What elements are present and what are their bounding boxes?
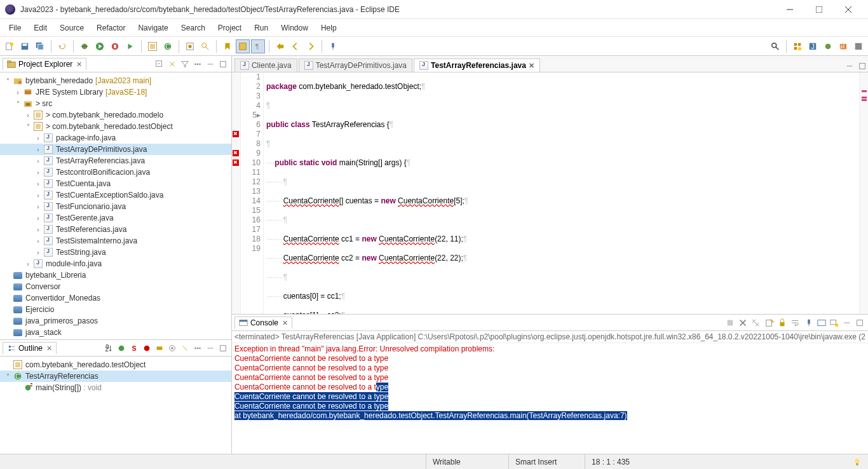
close-icon[interactable]: ✕ bbox=[282, 319, 288, 327]
tree-project-closed[interactable]: java_stack bbox=[0, 327, 231, 338]
menu-source[interactable]: Source bbox=[53, 21, 90, 35]
console-tab[interactable]: Console ✕ bbox=[234, 316, 292, 329]
tree-project-closed[interactable]: Convertidor_Monedas bbox=[0, 292, 231, 304]
new-class-button[interactable]: C bbox=[161, 39, 175, 53]
tree-file[interactable]: ›TestSistemaInterno.java bbox=[0, 235, 231, 247]
view-menu-button[interactable] bbox=[192, 343, 203, 354]
close-icon[interactable]: ✕ bbox=[529, 62, 534, 70]
word-wrap-button[interactable] bbox=[789, 317, 801, 329]
tree-project[interactable]: ˅bytebank_heredado[Java2023 main] bbox=[0, 75, 231, 86]
menu-refactor[interactable]: Refactor bbox=[90, 21, 132, 35]
search-button-tb[interactable] bbox=[198, 39, 212, 53]
display-console-button[interactable] bbox=[816, 317, 827, 329]
maximize-view-button[interactable] bbox=[854, 317, 865, 329]
outline-tab[interactable]: Outline ✕ bbox=[3, 342, 57, 354]
editor-tab[interactable]: TestArrayReferencias.java✕ bbox=[414, 58, 540, 72]
tree-project-closed[interactable]: bytebank_Libreria bbox=[0, 269, 231, 281]
project-explorer-tree[interactable]: ˅bytebank_heredado[Java2023 main] ›JRE S… bbox=[0, 72, 231, 339]
code-area[interactable]: package com.bytebank_heredado.testObject… bbox=[264, 72, 859, 314]
tree-file[interactable]: ›package-info.java bbox=[0, 132, 231, 144]
new-button[interactable] bbox=[3, 39, 17, 53]
outline-tree[interactable]: com.bytebank_heredado.testObject ˅CTestA… bbox=[0, 357, 231, 454]
tree-file[interactable]: ›TestString.java bbox=[0, 247, 231, 258]
menu-window[interactable]: Window bbox=[275, 21, 315, 35]
maximize-view-button[interactable] bbox=[217, 58, 229, 70]
open-type-button[interactable] bbox=[183, 39, 197, 53]
close-button[interactable] bbox=[834, 0, 863, 19]
java-perspective-button[interactable]: J bbox=[806, 39, 820, 53]
tree-project-closed[interactable]: Ejercicio bbox=[0, 304, 231, 315]
menu-help[interactable]: Help bbox=[315, 21, 343, 35]
tree-file[interactable]: ›TestFuncionario.java bbox=[0, 201, 231, 212]
tree-project-closed[interactable]: java_primeros_pasos bbox=[0, 315, 231, 327]
run-button[interactable] bbox=[93, 39, 107, 53]
minimize-view-button[interactable] bbox=[841, 317, 853, 329]
coverage-button[interactable] bbox=[108, 39, 122, 53]
pin-button[interactable] bbox=[326, 39, 340, 53]
overview-ruler[interactable] bbox=[859, 72, 868, 314]
minimize-view-button[interactable] bbox=[205, 58, 216, 70]
resource-perspective-button[interactable] bbox=[851, 39, 865, 53]
outline-sort-button[interactable]: az bbox=[103, 343, 114, 354]
back-button[interactable] bbox=[288, 39, 302, 53]
menu-project[interactable]: Project bbox=[212, 21, 248, 35]
toggle-block-button[interactable] bbox=[236, 39, 250, 53]
editor-tab[interactable]: Cliente.java bbox=[234, 58, 297, 72]
close-icon[interactable]: ✕ bbox=[76, 60, 82, 69]
outline-class[interactable]: ˅CTestArrayReferencias bbox=[0, 370, 231, 382]
outline-local-button[interactable] bbox=[154, 343, 165, 354]
maximize-view-button[interactable] bbox=[217, 343, 229, 354]
minimize-view-button[interactable] bbox=[844, 60, 855, 72]
tip-icon[interactable] bbox=[846, 454, 868, 469]
open-perspective-button[interactable] bbox=[790, 39, 804, 53]
scroll-lock-button[interactable] bbox=[776, 317, 788, 329]
console-output[interactable]: Exception in thread "main" java.lang.Err… bbox=[232, 343, 868, 454]
outline-static-button[interactable]: S bbox=[128, 343, 140, 354]
forward-button[interactable] bbox=[304, 39, 318, 53]
run-last-button[interactable] bbox=[123, 39, 137, 53]
open-console-button[interactable] bbox=[829, 317, 840, 329]
save-button[interactable] bbox=[18, 39, 32, 53]
outline-method[interactable]: Smain(String[]) : void bbox=[0, 382, 231, 393]
clear-console-button[interactable] bbox=[764, 317, 775, 329]
menu-edit[interactable]: Edit bbox=[27, 21, 53, 35]
tree-file[interactable]: ›TestGerente.java bbox=[0, 212, 231, 224]
filter-button[interactable] bbox=[179, 58, 191, 70]
outline-nonpublic-button[interactable] bbox=[141, 343, 153, 354]
view-menu-button[interactable] bbox=[192, 58, 203, 70]
tree-file[interactable]: ›TestArrayReferencias.java bbox=[0, 155, 231, 167]
tree-file[interactable]: ›TestCuenta.java bbox=[0, 178, 231, 189]
tree-module-info[interactable]: ›module-info.java bbox=[0, 258, 231, 269]
tree-file[interactable]: ›TestcontrolBonificacion.java bbox=[0, 167, 231, 178]
tree-project-closed[interactable]: Conversor bbox=[0, 281, 231, 292]
last-edit-button[interactable] bbox=[273, 39, 287, 53]
tree-src[interactable]: ˅> src bbox=[0, 98, 231, 109]
marker-strip[interactable]: ✖ ✖ ✖ bbox=[232, 72, 241, 314]
menu-run[interactable]: Run bbox=[248, 21, 275, 35]
project-explorer-tab[interactable]: Project Explorer ✕ bbox=[3, 58, 86, 70]
remove-launch-button[interactable] bbox=[737, 317, 749, 329]
link-editor-button[interactable] bbox=[166, 58, 178, 70]
code-editor[interactable]: ✖ ✖ ✖ 12345▸678910111213141516171819 pac… bbox=[232, 72, 868, 314]
pin-console-button[interactable] bbox=[803, 317, 815, 329]
line-gutter[interactable]: 12345▸678910111213141516171819 bbox=[241, 72, 264, 314]
tree-jre[interactable]: ›JRE System Library[JavaSE-18] bbox=[0, 86, 231, 98]
terminate-button[interactable] bbox=[724, 317, 736, 329]
new-package-button[interactable] bbox=[146, 39, 159, 53]
tree-file[interactable]: ›TestArrayDePrimitivos.java bbox=[0, 144, 231, 155]
remove-all-button[interactable] bbox=[750, 317, 761, 329]
minimize-view-button[interactable] bbox=[205, 343, 216, 354]
collapse-all-button[interactable] bbox=[154, 58, 165, 70]
outline-link-button[interactable] bbox=[179, 343, 191, 354]
menu-navigate[interactable]: Navigate bbox=[132, 21, 174, 35]
search-icon[interactable] bbox=[768, 39, 782, 53]
maximize-view-button[interactable] bbox=[857, 60, 868, 72]
tree-file[interactable]: ›TestReferencias.java bbox=[0, 224, 231, 235]
git-perspective-button[interactable]: GIT bbox=[836, 39, 850, 53]
toggle-ws-button[interactable]: ¶ bbox=[251, 39, 265, 53]
tree-file[interactable]: ›TestCuentaExceptionSaldo.java bbox=[0, 189, 231, 201]
save-all-button[interactable] bbox=[33, 39, 47, 53]
outline-package[interactable]: com.bytebank_heredado.testObject bbox=[0, 359, 231, 370]
close-icon[interactable]: ✕ bbox=[46, 344, 52, 353]
maximize-button[interactable] bbox=[804, 0, 834, 19]
